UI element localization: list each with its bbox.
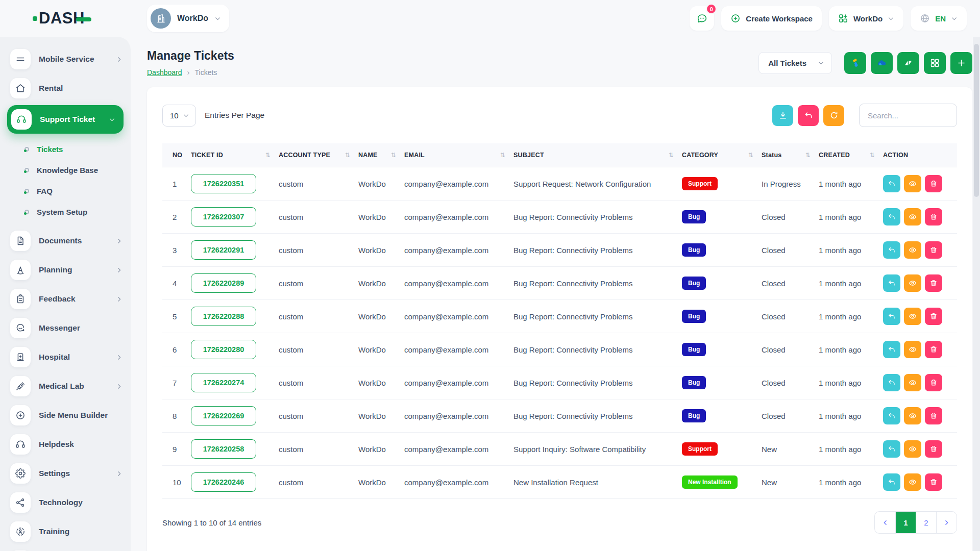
view-button[interactable]: [904, 473, 921, 491]
refresh-button[interactable]: [823, 105, 844, 126]
add-ticket-button[interactable]: [950, 52, 972, 74]
column-header-account-type[interactable]: ACCOUNT TYPE⇅: [279, 143, 358, 167]
pagination-page-1[interactable]: 1: [895, 512, 916, 533]
create-workspace-label: Create Workspace: [746, 14, 813, 23]
ticket-id-button[interactable]: 1726220307: [191, 207, 256, 227]
sidebar-item-technology[interactable]: Technology: [0, 489, 131, 516]
delete-button[interactable]: [925, 241, 942, 259]
email-cell: company@example.com: [404, 366, 513, 399]
sidebar-item-messenger[interactable]: Messenger: [0, 314, 131, 342]
create-workspace-button[interactable]: Create Workspace: [721, 6, 822, 31]
export-button[interactable]: [772, 105, 793, 126]
undo-icon: [888, 312, 896, 320]
workspace-selector[interactable]: WorkDo: [147, 5, 229, 32]
status-cell: New: [762, 466, 819, 499]
delete-button[interactable]: [925, 274, 942, 292]
sidebar-item-feedback[interactable]: Feedback: [0, 285, 131, 313]
sidebar-item-hospital[interactable]: Hospital: [0, 343, 131, 371]
breadcrumb-dashboard-link[interactable]: Dashboard: [147, 68, 182, 77]
sidebar-item-mobile-service[interactable]: Mobile Service: [0, 45, 131, 73]
zendesk-button[interactable]: [897, 52, 919, 74]
grid-view-button[interactable]: [924, 52, 946, 74]
onedrive-button[interactable]: [871, 52, 893, 74]
ticket-id-button[interactable]: 1726220246: [191, 472, 256, 492]
reply-button[interactable]: [883, 407, 900, 424]
view-button[interactable]: [904, 440, 921, 458]
account-type-cell: custom: [279, 267, 358, 300]
ticket-id-button[interactable]: 1726220274: [191, 373, 256, 392]
sidebar-item-documents[interactable]: Documents: [0, 227, 131, 255]
sidebar-item-helpdesk[interactable]: Helpdesk: [0, 431, 131, 458]
view-button[interactable]: [904, 274, 921, 292]
view-button[interactable]: [904, 241, 921, 259]
language-selector[interactable]: EN: [911, 6, 967, 31]
view-button[interactable]: [904, 208, 921, 226]
sidebar-item-support-ticket[interactable]: Support Ticket: [7, 105, 124, 134]
view-button[interactable]: [904, 341, 921, 358]
undo-button[interactable]: [798, 105, 819, 126]
column-header-created[interactable]: CREATED⇅: [819, 143, 883, 167]
google-adsense-button[interactable]: [844, 52, 866, 74]
reply-button[interactable]: [883, 241, 900, 259]
delete-button[interactable]: [925, 308, 942, 325]
delete-button[interactable]: [925, 407, 942, 424]
ticket-id-button[interactable]: 1726220280: [191, 340, 256, 359]
view-button[interactable]: [904, 407, 921, 424]
sidebar-subitem-knowledge-base[interactable]: Knowledge Base: [0, 160, 131, 181]
pagination-page-2[interactable]: 2: [916, 512, 936, 533]
ticket-id-button[interactable]: 1726220351: [191, 174, 256, 193]
delete-button[interactable]: [925, 208, 942, 226]
scrollbar-thumb[interactable]: [974, 44, 979, 197]
search-input[interactable]: [859, 104, 957, 127]
reply-button[interactable]: [883, 274, 900, 292]
page-scrollbar[interactable]: [973, 37, 980, 551]
column-header-ticket-id[interactable]: TICKET ID⇅: [191, 143, 279, 167]
column-header-email[interactable]: EMAIL⇅: [404, 143, 513, 167]
sidebar-submenu: TicketsKnowledge BaseFAQSystem Setup: [0, 137, 131, 226]
messages-button[interactable]: 0: [690, 6, 714, 31]
ticket-id-button[interactable]: 1726220269: [191, 406, 256, 425]
view-button[interactable]: [904, 175, 921, 192]
reply-button[interactable]: [883, 440, 900, 458]
sidebar-item-settings[interactable]: Settings: [0, 460, 131, 487]
column-header-name[interactable]: NAME⇅: [358, 143, 404, 167]
app-switcher-button[interactable]: WorkDo: [829, 6, 903, 31]
reply-button[interactable]: [883, 341, 900, 358]
sidebar-item-training[interactable]: Training: [0, 518, 131, 545]
column-header-subject[interactable]: SUBJECT⇅: [513, 143, 682, 167]
column-header-status[interactable]: Status⇅: [762, 143, 819, 167]
sidebar-item-planning[interactable]: Planning: [0, 256, 131, 284]
sidebar-subitem-faq[interactable]: FAQ: [0, 181, 131, 202]
view-button[interactable]: [904, 374, 921, 391]
reply-button[interactable]: [883, 308, 900, 325]
ticket-id-button[interactable]: 1726220289: [191, 273, 256, 293]
ticket-id-button[interactable]: 1726220288: [191, 307, 256, 326]
sidebar-subitem-system-setup[interactable]: System Setup: [0, 202, 131, 222]
status-cell: Closed: [762, 399, 819, 433]
chevron-right-icon: [116, 296, 122, 303]
delete-button[interactable]: [925, 374, 942, 391]
row-number: 5: [162, 300, 191, 333]
table-row: 51726220288customWorkDocompany@example.c…: [162, 300, 957, 333]
sidebar-item-side-menu-builder[interactable]: Side Menu Builder: [0, 402, 131, 429]
delete-button[interactable]: [925, 473, 942, 491]
reply-button[interactable]: [883, 208, 900, 226]
sidebar-item-medical-lab[interactable]: Medical Lab: [0, 372, 131, 400]
reply-button[interactable]: [883, 175, 900, 192]
sidebar-subitem-tickets[interactable]: Tickets: [0, 139, 131, 160]
pagination-prev-button[interactable]: [875, 512, 895, 533]
ticket-id-button[interactable]: 1726220258: [191, 439, 256, 459]
eye-icon: [909, 379, 917, 387]
delete-button[interactable]: [925, 440, 942, 458]
view-button[interactable]: [904, 308, 921, 325]
ticket-filter-select[interactable]: All Tickets: [758, 52, 832, 74]
sidebar-item-rental[interactable]: Rental: [0, 74, 131, 102]
entries-per-page-select[interactable]: 10: [162, 105, 196, 127]
column-header-category[interactable]: CATEGORY⇅: [682, 143, 762, 167]
reply-button[interactable]: [883, 374, 900, 391]
reply-button[interactable]: [883, 473, 900, 491]
pagination-next-button[interactable]: [936, 512, 957, 533]
delete-button[interactable]: [925, 175, 942, 192]
delete-button[interactable]: [925, 341, 942, 358]
ticket-id-button[interactable]: 1726220291: [191, 240, 256, 260]
